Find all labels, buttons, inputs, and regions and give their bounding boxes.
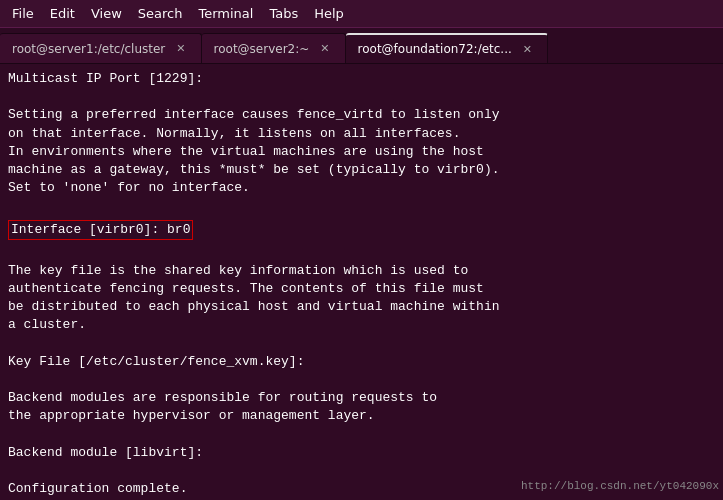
tab-server1-close[interactable]: ✕ xyxy=(173,42,188,55)
tab-server2[interactable]: root@server2:~ ✕ xyxy=(202,33,346,63)
url-overlay: http://blog.csdn.net/yt042090x xyxy=(521,479,719,494)
terminal-line-backend-module: Backend module [libvirt]: xyxy=(8,444,715,462)
terminal-line-setting3: In environments where the virtual machin… xyxy=(8,143,715,161)
menubar: File Edit View Search Terminal Tabs Help xyxy=(0,0,723,28)
terminal-line-blank6 xyxy=(8,426,715,444)
tab-server1-label: root@server1:/etc/cluster xyxy=(12,42,165,56)
interface-input-highlight: Interface [virbr0]: br0 xyxy=(8,220,193,240)
tab-server2-close[interactable]: ✕ xyxy=(317,42,332,55)
tab-foundation72-label: root@foundation72:/etc... xyxy=(358,42,512,56)
terminal-line-keyfile2: authenticate fencing requests. The conte… xyxy=(8,280,715,298)
menu-terminal[interactable]: Terminal xyxy=(190,4,261,23)
terminal-line-setting5: Set to 'none' for no interface. xyxy=(8,179,715,197)
terminal-line-blank3 xyxy=(8,244,715,262)
terminal-line-keyfile-path: Key File [/etc/cluster/fence_xvm.key]: xyxy=(8,353,715,371)
terminal-line-blank4 xyxy=(8,335,715,353)
terminal-line-setting1: Setting a preferred interface causes fen… xyxy=(8,106,715,124)
menu-edit[interactable]: Edit xyxy=(42,4,83,23)
terminal-content: Multicast IP Port [1229]: Setting a pref… xyxy=(0,64,723,500)
terminal-line-setting2: on that interface. Normally, it listens … xyxy=(8,125,715,143)
terminal-line-setting4: machine as a gateway, this *must* be set… xyxy=(8,161,715,179)
menu-view[interactable]: View xyxy=(83,4,130,23)
menu-help[interactable]: Help xyxy=(306,4,352,23)
terminal-line-backend2: the appropriate hypervisor or management… xyxy=(8,407,715,425)
menu-search[interactable]: Search xyxy=(130,4,191,23)
terminal-line-backend1: Backend modules are responsible for rout… xyxy=(8,389,715,407)
terminal-line-keyfile1: The key file is the shared key informati… xyxy=(8,262,715,280)
tab-foundation72[interactable]: root@foundation72:/etc... ✕ xyxy=(346,33,549,63)
terminal-line-blank5 xyxy=(8,371,715,389)
terminal-line-blank1 xyxy=(8,88,715,106)
menu-tabs[interactable]: Tabs xyxy=(261,4,306,23)
terminal-line-blank7 xyxy=(8,462,715,480)
terminal-line-keyfile4: a cluster. xyxy=(8,316,715,334)
tab-server2-label: root@server2:~ xyxy=(214,42,310,56)
tab-server1[interactable]: root@server1:/etc/cluster ✕ xyxy=(0,33,202,63)
menu-file[interactable]: File xyxy=(4,4,42,23)
terminal-line-multicast-port: Multicast IP Port [1229]: xyxy=(8,70,715,88)
tab-foundation72-close[interactable]: ✕ xyxy=(520,43,535,56)
terminal-line-keyfile3: be distributed to each physical host and… xyxy=(8,298,715,316)
tabbar: root@server1:/etc/cluster ✕ root@server2… xyxy=(0,28,723,64)
terminal-line-blank2 xyxy=(8,197,715,215)
terminal-line-interface: Interface [virbr0]: br0 xyxy=(8,216,715,244)
